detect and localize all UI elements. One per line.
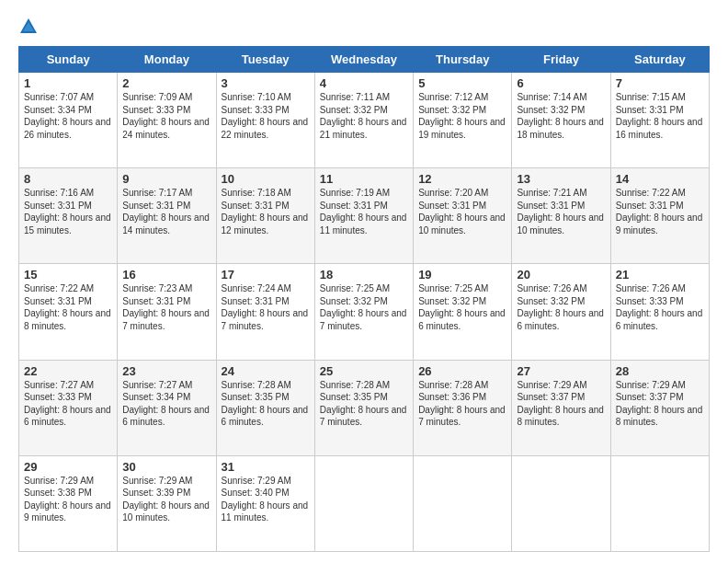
day-number: 23 [122, 364, 210, 378]
calendar-day-cell: 31 Sunrise: 7:29 AM Sunset: 3:40 PM Dayl… [216, 455, 314, 551]
calendar-week-row: 1 Sunrise: 7:07 AM Sunset: 3:34 PM Dayli… [19, 73, 710, 168]
calendar-table: SundayMondayTuesdayWednesdayThursdayFrid… [18, 46, 710, 552]
day-number: 14 [616, 172, 704, 186]
weekday-header: Thursday [414, 47, 512, 73]
day-info: Sunrise: 7:29 AM Sunset: 3:38 PM Dayligh… [24, 475, 112, 524]
calendar-day-cell: 2 Sunrise: 7:09 AM Sunset: 3:33 PM Dayli… [118, 73, 216, 168]
day-number: 30 [122, 460, 210, 474]
day-number: 12 [418, 172, 506, 186]
day-info: Sunrise: 7:22 AM Sunset: 3:31 PM Dayligh… [616, 187, 704, 236]
calendar-day-cell: 15 Sunrise: 7:22 AM Sunset: 3:31 PM Dayl… [19, 264, 118, 360]
day-info: Sunrise: 7:29 AM Sunset: 3:39 PM Dayligh… [122, 475, 210, 524]
day-number: 6 [517, 76, 605, 90]
day-info: Sunrise: 7:09 AM Sunset: 3:33 PM Dayligh… [122, 91, 210, 141]
day-number: 2 [122, 76, 210, 90]
calendar-day-cell: 10 Sunrise: 7:18 AM Sunset: 3:31 PM Dayl… [216, 168, 314, 264]
day-info: Sunrise: 7:16 AM Sunset: 3:31 PM Dayligh… [24, 187, 112, 236]
calendar-day-cell: 26 Sunrise: 7:28 AM Sunset: 3:36 PM Dayl… [414, 360, 512, 455]
day-number: 13 [517, 172, 605, 186]
calendar-day-cell: 28 Sunrise: 7:29 AM Sunset: 3:37 PM Dayl… [610, 360, 709, 455]
weekday-header: Tuesday [216, 47, 314, 73]
day-number: 20 [517, 268, 605, 282]
calendar-week-row: 29 Sunrise: 7:29 AM Sunset: 3:38 PM Dayl… [19, 455, 710, 551]
calendar-week-row: 8 Sunrise: 7:16 AM Sunset: 3:31 PM Dayli… [19, 168, 710, 264]
calendar-day-cell: 25 Sunrise: 7:28 AM Sunset: 3:35 PM Dayl… [314, 360, 413, 455]
day-number: 29 [24, 460, 112, 474]
day-info: Sunrise: 7:12 AM Sunset: 3:32 PM Dayligh… [418, 91, 506, 141]
day-number: 10 [222, 172, 310, 186]
calendar-day-cell: 4 Sunrise: 7:11 AM Sunset: 3:32 PM Dayli… [314, 73, 413, 168]
day-number: 5 [418, 76, 506, 90]
day-number: 26 [418, 364, 506, 378]
day-info: Sunrise: 7:28 AM Sunset: 3:35 PM Dayligh… [222, 379, 310, 429]
calendar-day-cell: 13 Sunrise: 7:21 AM Sunset: 3:31 PM Dayl… [512, 168, 610, 264]
day-info: Sunrise: 7:25 AM Sunset: 3:32 PM Dayligh… [418, 282, 506, 332]
header [18, 17, 710, 37]
calendar-day-cell: 27 Sunrise: 7:29 AM Sunset: 3:37 PM Dayl… [512, 360, 610, 455]
calendar-day-cell: 19 Sunrise: 7:25 AM Sunset: 3:32 PM Dayl… [414, 264, 512, 360]
calendar-day-cell: 16 Sunrise: 7:23 AM Sunset: 3:31 PM Dayl… [118, 264, 216, 360]
day-info: Sunrise: 7:26 AM Sunset: 3:32 PM Dayligh… [517, 282, 605, 332]
calendar-day-cell: 30 Sunrise: 7:29 AM Sunset: 3:39 PM Dayl… [118, 455, 216, 551]
weekday-header: Sunday [19, 47, 118, 73]
weekday-header: Wednesday [314, 47, 413, 73]
day-info: Sunrise: 7:07 AM Sunset: 3:34 PM Dayligh… [24, 91, 112, 141]
day-number: 19 [418, 268, 506, 282]
calendar-day-cell [414, 455, 512, 551]
calendar-header-row: SundayMondayTuesdayWednesdayThursdayFrid… [19, 47, 710, 73]
day-info: Sunrise: 7:11 AM Sunset: 3:32 PM Dayligh… [320, 91, 408, 141]
day-number: 15 [24, 268, 112, 282]
day-info: Sunrise: 7:21 AM Sunset: 3:31 PM Dayligh… [517, 187, 605, 236]
calendar-day-cell: 1 Sunrise: 7:07 AM Sunset: 3:34 PM Dayli… [19, 73, 118, 168]
day-info: Sunrise: 7:27 AM Sunset: 3:33 PM Dayligh… [24, 379, 112, 429]
day-number: 27 [517, 364, 605, 378]
day-info: Sunrise: 7:19 AM Sunset: 3:31 PM Dayligh… [320, 187, 408, 236]
day-number: 28 [616, 364, 704, 378]
calendar-day-cell: 7 Sunrise: 7:15 AM Sunset: 3:31 PM Dayli… [610, 73, 709, 168]
day-number: 16 [122, 268, 210, 282]
day-number: 25 [320, 364, 408, 378]
day-number: 21 [616, 268, 704, 282]
day-info: Sunrise: 7:14 AM Sunset: 3:32 PM Dayligh… [517, 91, 605, 141]
day-info: Sunrise: 7:26 AM Sunset: 3:33 PM Dayligh… [616, 282, 704, 332]
day-info: Sunrise: 7:20 AM Sunset: 3:31 PM Dayligh… [418, 187, 506, 236]
day-info: Sunrise: 7:15 AM Sunset: 3:31 PM Dayligh… [616, 91, 704, 141]
calendar-day-cell: 23 Sunrise: 7:27 AM Sunset: 3:34 PM Dayl… [118, 360, 216, 455]
calendar-day-cell: 21 Sunrise: 7:26 AM Sunset: 3:33 PM Dayl… [610, 264, 709, 360]
calendar-day-cell: 22 Sunrise: 7:27 AM Sunset: 3:33 PM Dayl… [19, 360, 118, 455]
day-info: Sunrise: 7:10 AM Sunset: 3:33 PM Dayligh… [222, 91, 310, 141]
calendar-day-cell: 6 Sunrise: 7:14 AM Sunset: 3:32 PM Dayli… [512, 73, 610, 168]
day-info: Sunrise: 7:22 AM Sunset: 3:31 PM Dayligh… [24, 282, 112, 332]
calendar-week-row: 22 Sunrise: 7:27 AM Sunset: 3:33 PM Dayl… [19, 360, 710, 455]
calendar-day-cell: 14 Sunrise: 7:22 AM Sunset: 3:31 PM Dayl… [610, 168, 709, 264]
calendar-day-cell: 8 Sunrise: 7:16 AM Sunset: 3:31 PM Dayli… [19, 168, 118, 264]
weekday-header: Friday [512, 47, 610, 73]
logo-icon [18, 17, 39, 37]
calendar-day-cell: 9 Sunrise: 7:17 AM Sunset: 3:31 PM Dayli… [118, 168, 216, 264]
day-info: Sunrise: 7:24 AM Sunset: 3:31 PM Dayligh… [222, 282, 310, 332]
weekday-header: Saturday [610, 47, 709, 73]
calendar-day-cell [512, 455, 610, 551]
calendar-day-cell [610, 455, 709, 551]
calendar-day-cell [314, 455, 413, 551]
calendar-day-cell: 24 Sunrise: 7:28 AM Sunset: 3:35 PM Dayl… [216, 360, 314, 455]
day-number: 4 [320, 76, 408, 90]
day-number: 31 [222, 460, 310, 474]
day-number: 7 [616, 76, 704, 90]
day-number: 1 [24, 76, 112, 90]
calendar-day-cell: 18 Sunrise: 7:25 AM Sunset: 3:32 PM Dayl… [314, 264, 413, 360]
day-info: Sunrise: 7:27 AM Sunset: 3:34 PM Dayligh… [122, 379, 210, 429]
calendar-week-row: 15 Sunrise: 7:22 AM Sunset: 3:31 PM Dayl… [19, 264, 710, 360]
day-info: Sunrise: 7:23 AM Sunset: 3:31 PM Dayligh… [122, 282, 210, 332]
day-number: 9 [122, 172, 210, 186]
calendar-day-cell: 12 Sunrise: 7:20 AM Sunset: 3:31 PM Dayl… [414, 168, 512, 264]
calendar-day-cell: 29 Sunrise: 7:29 AM Sunset: 3:38 PM Dayl… [19, 455, 118, 551]
calendar-day-cell: 17 Sunrise: 7:24 AM Sunset: 3:31 PM Dayl… [216, 264, 314, 360]
day-number: 24 [222, 364, 310, 378]
logo [18, 17, 42, 37]
day-info: Sunrise: 7:28 AM Sunset: 3:35 PM Dayligh… [320, 379, 408, 429]
day-number: 11 [320, 172, 408, 186]
day-info: Sunrise: 7:28 AM Sunset: 3:36 PM Dayligh… [418, 379, 506, 429]
calendar-day-cell: 11 Sunrise: 7:19 AM Sunset: 3:31 PM Dayl… [314, 168, 413, 264]
day-info: Sunrise: 7:17 AM Sunset: 3:31 PM Dayligh… [122, 187, 210, 236]
